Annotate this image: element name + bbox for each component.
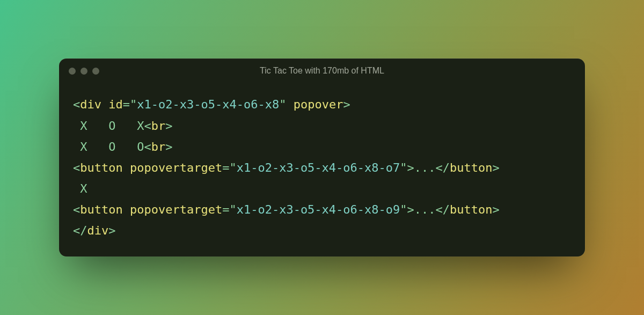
code-line: X O O<br> — [73, 140, 172, 153]
titlebar: Tic Tac Toe with 170mb of HTML — [59, 58, 585, 83]
zoom-icon[interactable] — [92, 68, 99, 75]
code-line: X O X<br> — [73, 119, 172, 133]
code-line: X — [73, 182, 87, 195]
code-line: <div id="x1-o2-x3-o5-x4-o6-x8" popover> — [73, 98, 350, 111]
window-controls — [69, 68, 99, 75]
minimize-icon[interactable] — [80, 68, 87, 75]
code-window: Tic Tac Toe with 170mb of HTML <div id="… — [59, 58, 585, 256]
code-line: <button popovertarget="x1-o2-x3-o5-x4-o6… — [73, 161, 500, 174]
close-icon[interactable] — [69, 68, 76, 75]
code-block: <div id="x1-o2-x3-o5-x4-o6-x8" popover> … — [59, 83, 585, 256]
window-title: Tic Tac Toe with 170mb of HTML — [59, 66, 585, 76]
code-line: <button popovertarget="x1-o2-x3-o5-x4-o6… — [73, 203, 500, 216]
code-line: </div> — [73, 224, 116, 237]
